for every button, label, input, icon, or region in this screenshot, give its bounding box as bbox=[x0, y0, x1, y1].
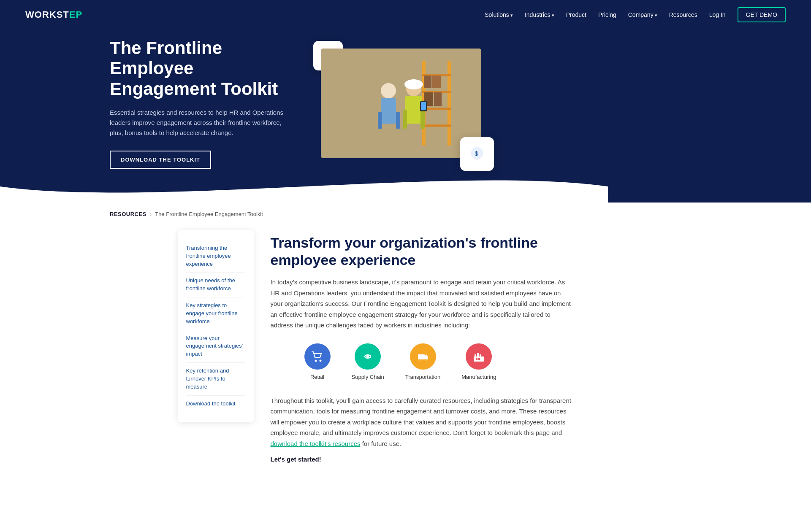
svg-marker-32 bbox=[475, 158, 478, 161]
transportation-label: Transportation bbox=[405, 374, 440, 380]
download-toolkit-button[interactable]: DOWNLOAD THE TOOLKIT bbox=[110, 151, 211, 169]
breadcrumb-resources[interactable]: RESOURCES bbox=[110, 211, 146, 217]
manufacturing-label: Manufacturing bbox=[461, 374, 496, 380]
svg-rect-22 bbox=[396, 112, 400, 129]
svg-rect-18 bbox=[434, 92, 442, 106]
svg-rect-14 bbox=[422, 124, 451, 127]
hero-section: The Frontline Employee Engagement Toolki… bbox=[0, 0, 811, 203]
svg-rect-8 bbox=[321, 49, 481, 158]
svg-text:$: $ bbox=[475, 150, 478, 157]
page-body: Transforming the frontline employee expe… bbox=[152, 221, 659, 489]
sidebar-item-0[interactable]: Transforming the frontline employee expe… bbox=[186, 240, 245, 273]
section-body-1: In today's competitive business landscap… bbox=[271, 277, 575, 331]
retail-cart-icon bbox=[311, 350, 324, 363]
hero-image-area: $ bbox=[321, 49, 481, 158]
svg-rect-21 bbox=[378, 112, 382, 129]
supply-chain-label: Supply Chain bbox=[352, 374, 384, 380]
closing-text: Let's get started! bbox=[271, 456, 575, 463]
svg-rect-42 bbox=[475, 354, 476, 358]
svg-rect-43 bbox=[477, 353, 479, 358]
hero-content: The Frontline Employee Engagement Toolki… bbox=[110, 38, 296, 169]
industry-supply-chain: Supply Chain bbox=[352, 343, 384, 380]
logo-step: EP bbox=[69, 9, 82, 20]
retail-label: Retail bbox=[310, 374, 324, 380]
speech-dollar-icon: $ bbox=[469, 146, 485, 162]
svg-point-33 bbox=[315, 359, 317, 362]
nav-solutions[interactable]: Solutions bbox=[485, 11, 513, 18]
svg-rect-15 bbox=[424, 76, 431, 88]
hero-title: The Frontline Employee Engagement Toolki… bbox=[110, 38, 296, 99]
svg-rect-44 bbox=[480, 354, 481, 358]
breadcrumb: RESOURCES › The Frontline Employee Engag… bbox=[0, 203, 811, 221]
manufacturing-factory-icon bbox=[472, 350, 485, 363]
svg-rect-16 bbox=[432, 76, 441, 88]
toolkit-resources-link[interactable]: download the toolkit's resources bbox=[271, 440, 361, 447]
sidebar-item-2[interactable]: Key strategies to engage your frontline … bbox=[186, 297, 245, 330]
main-content: Transform your organization's frontline … bbox=[271, 221, 575, 463]
nav-product[interactable]: Product bbox=[566, 11, 586, 18]
nav-links: Solutions Industries Product Pricing Com… bbox=[485, 7, 786, 22]
logo[interactable]: WORKSTEP bbox=[25, 9, 82, 20]
sidebar: Transforming the frontline employee expe… bbox=[178, 230, 254, 422]
svg-rect-26 bbox=[420, 110, 425, 129]
hero-description: Essential strategies and resources to he… bbox=[110, 108, 296, 138]
svg-point-27 bbox=[404, 79, 423, 89]
transport-icon-circle bbox=[410, 343, 436, 370]
supply-chain-icon bbox=[361, 350, 374, 363]
svg-rect-24 bbox=[405, 96, 422, 124]
more-text: Throughout this toolkit, you'll gain acc… bbox=[271, 395, 575, 449]
sidebar-item-3[interactable]: Measure your engagement strategies' impa… bbox=[186, 330, 245, 363]
svg-rect-45 bbox=[476, 358, 477, 360]
body2-text: Throughout this toolkit, you'll gain acc… bbox=[271, 397, 571, 437]
logo-text: WORKST bbox=[25, 9, 69, 20]
industry-retail: Retail bbox=[304, 343, 331, 380]
warehouse-illustration bbox=[321, 49, 481, 158]
hero-warehouse-image bbox=[321, 49, 481, 158]
svg-rect-46 bbox=[478, 358, 480, 360]
hero-wave bbox=[0, 170, 608, 203]
body2-end: for future use. bbox=[362, 440, 401, 447]
section-title: Transform your organization's frontline … bbox=[271, 234, 575, 269]
svg-rect-20 bbox=[381, 98, 396, 124]
nav-industries[interactable]: Industries bbox=[525, 11, 554, 18]
float-card-speech: $ bbox=[460, 137, 494, 171]
svg-point-34 bbox=[319, 359, 321, 362]
retail-icon-circle bbox=[304, 343, 331, 370]
nav-resources[interactable]: Resources bbox=[669, 11, 697, 18]
demo-button[interactable]: GET DEMO bbox=[738, 7, 786, 22]
nav-company[interactable]: Company bbox=[628, 11, 657, 18]
svg-point-38 bbox=[419, 359, 420, 360]
svg-point-40 bbox=[425, 359, 426, 360]
sidebar-item-4[interactable]: Key retention and turnover KPIs to measu… bbox=[186, 363, 245, 396]
industry-row: Retail Supply Chain bbox=[304, 343, 575, 380]
svg-point-19 bbox=[381, 83, 396, 98]
svg-point-35 bbox=[366, 355, 369, 358]
nav-pricing[interactable]: Pricing bbox=[598, 11, 616, 18]
breadcrumb-separator: › bbox=[150, 211, 152, 217]
sidebar-item-1[interactable]: Unique needs of the frontline workforce bbox=[186, 273, 245, 297]
industry-transportation: Transportation bbox=[405, 343, 440, 380]
transportation-truck-icon bbox=[417, 350, 429, 363]
svg-rect-36 bbox=[418, 354, 425, 359]
navigation: WORKSTEP Solutions Industries Product Pr… bbox=[0, 0, 811, 30]
industry-manufacturing: Manufacturing bbox=[461, 343, 496, 380]
manufacturing-icon-circle bbox=[466, 343, 492, 370]
supply-icon-circle bbox=[355, 343, 381, 370]
sidebar-item-5[interactable]: Download the toolkit bbox=[186, 396, 245, 412]
breadcrumb-current-page: The Frontline Employee Engagement Toolki… bbox=[155, 211, 263, 217]
nav-login[interactable]: Log In bbox=[709, 11, 726, 18]
svg-rect-25 bbox=[403, 110, 407, 129]
svg-rect-29 bbox=[421, 102, 426, 110]
